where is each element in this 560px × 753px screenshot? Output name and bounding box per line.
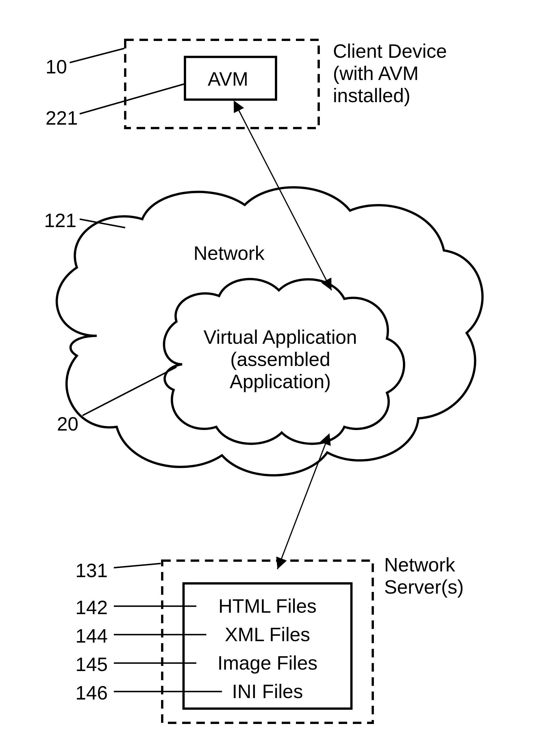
virtual-app-line3: Application) — [229, 371, 331, 392]
image-files-label: Image Files — [199, 652, 336, 674]
ref-line-10 — [70, 48, 124, 63]
ref-142: 142 — [75, 596, 107, 618]
server-title-line1: Network — [384, 554, 455, 575]
ini-files-label: INI Files — [199, 680, 336, 702]
ref-line-131 — [114, 563, 161, 568]
virtual-app-label: Virtual Application (assembled Applicati… — [185, 326, 376, 393]
avm-label: AVM — [208, 68, 248, 90]
ref-20: 20 — [57, 413, 79, 435]
ref-131: 131 — [75, 559, 107, 581]
client-device-title-line2: (with AVM — [333, 62, 419, 84]
arrow-vapp-to-server — [277, 435, 329, 569]
client-device-title: Client Device (with AVM installed) — [333, 40, 469, 107]
ref-line-20 — [82, 367, 176, 415]
virtual-app-line2: (assembled — [230, 348, 331, 370]
xml-files-label: XML Files — [199, 623, 336, 646]
network-label: Network — [194, 242, 264, 264]
ref-10: 10 — [45, 56, 67, 78]
virtual-app-line1: Virtual Application — [203, 326, 357, 348]
ref-146: 146 — [75, 681, 107, 704]
client-device-title-line3: installed) — [333, 84, 410, 106]
ref-121: 121 — [44, 209, 76, 231]
server-title-line2: Server(s) — [384, 576, 464, 598]
ref-144: 144 — [75, 625, 107, 647]
html-files-label: HTML Files — [199, 595, 336, 617]
ref-145: 145 — [75, 653, 107, 675]
client-device-title-line1: Client Device — [333, 40, 447, 62]
server-title: Network Server(s) — [384, 554, 498, 598]
ref-line-221 — [80, 84, 184, 114]
ref-221: 221 — [45, 107, 78, 129]
